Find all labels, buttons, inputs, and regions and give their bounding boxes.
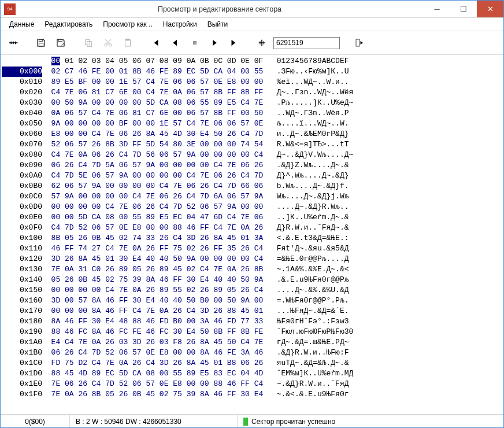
- paste-icon[interactable]: [120, 35, 136, 51]
- last-icon[interactable]: [226, 35, 242, 51]
- hex-row[interactable]: 0x0C0 57 9A 00 00 00 00 C4 7E 06 26 C4 7…: [2, 191, 502, 202]
- hex-row[interactable]: 0x1C0 FD 75 D2 C4 7E 0A 26 C4 3D 26 8A 4…: [2, 358, 502, 368]
- hex-row[interactable]: 0x080 C4 7E 0A 06 26 C4 7D 56 06 57 9A 0…: [2, 150, 502, 160]
- exit-icon[interactable]: [351, 35, 368, 51]
- minimize-button[interactable]: ─: [424, 1, 450, 17]
- hex-row[interactable]: 0x130 7E 0A 31 C0 26 89 05 26 89 45 02 C…: [2, 264, 502, 275]
- hex-row[interactable]: 0x000 02 C7 46 FE 00 01 8B 46 FE 89 EC 5…: [2, 67, 502, 77]
- hex-row[interactable]: 0x070 52 06 57 26 8B 3D FF 5D 54 80 3E 0…: [2, 139, 502, 150]
- hex-row[interactable]: 0x160 3D 00 57 8A 46 FF 30 E4 40 40 50 B…: [2, 296, 502, 306]
- hex-row[interactable]: 0x1F0 7E 0A 26 8B 05 26 0B 45 02 75 39 8…: [2, 389, 502, 400]
- hex-row[interactable]: 0x1B0 06 26 C4 7D 52 06 57 0E E8 00 00 8…: [2, 348, 502, 358]
- hex-row[interactable]: 0x020 C4 7E 06 81 C7 6E 00 C4 7E 0A 06 5…: [2, 87, 502, 98]
- hex-row[interactable]: 0x190 88 46 FC 8A 46 FC FE 46 FC 30 E4 5…: [2, 327, 502, 337]
- toolbar: [1, 31, 503, 55]
- next-icon[interactable]: [206, 35, 223, 51]
- hex-row[interactable]: 0x140 05 26 0B 45 02 75 39 8A 46 FF 30 E…: [2, 275, 502, 285]
- tool-button-1[interactable]: [5, 35, 21, 51]
- app-icon: 94: [4, 3, 16, 15]
- close-button[interactable]: ✕: [477, 1, 503, 17]
- status-offset: 0($00): [1, 415, 70, 427]
- first-icon[interactable]: [147, 35, 164, 51]
- hex-row[interactable]: 0x0D0 00 00 00 00 C4 7E 06 26 C4 7D 52 0…: [2, 202, 502, 212]
- stop-icon[interactable]: [187, 35, 203, 51]
- hex-row[interactable]: 0x120 3D 26 8A 45 01 30 E4 40 40 50 9A 0…: [2, 254, 502, 264]
- menu-edit[interactable]: Редактировать: [40, 19, 97, 29]
- hex-row[interactable]: 0x0B0 62 06 57 9A 00 00 00 00 C4 7E 06 2…: [2, 181, 502, 191]
- hex-row[interactable]: 0x040 0A 06 57 C4 7E 06 81 C7 6E 00 06 5…: [2, 108, 502, 119]
- hex-row[interactable]: 0x0F0 C4 7D 52 06 57 0E E8 00 00 88 46 F…: [2, 223, 502, 233]
- menu-exit[interactable]: Выйти: [203, 19, 232, 29]
- hex-row[interactable]: 0x100 8B 05 26 0B 45 02 74 33 26 C4 3D 2…: [2, 233, 502, 243]
- status-values: B : 2 W : 50946 DW : 4266051330: [70, 415, 238, 427]
- svg-rect-18: [356, 39, 360, 46]
- sector-input[interactable]: [273, 37, 340, 49]
- hex-row[interactable]: 0x1A0 E4 C4 7E 0A 26 03 3D 26 03 F8 26 8…: [2, 337, 502, 348]
- svg-rect-13: [193, 41, 197, 45]
- hex-row[interactable]: 0x1E0 7E 06 26 C4 7D 52 06 57 0E E8 00 0…: [2, 379, 502, 389]
- svg-rect-8: [87, 42, 92, 47]
- titlebar: 94 Просмотр и редактирование сектора ─ ☐…: [1, 1, 503, 18]
- menu-data[interactable]: Данные: [5, 19, 38, 29]
- cut-icon[interactable]: [100, 35, 116, 51]
- hex-row[interactable]: 0x060 E8 00 00 C4 7E 06 26 8A 45 4D 30 E…: [2, 129, 502, 139]
- hex-row[interactable]: 0x090 06 26 C4 7D 5A 06 57 9A 00 00 00 0…: [2, 160, 502, 171]
- menubar: Данные Редактировать Просмотр как .. Нас…: [1, 18, 503, 31]
- hex-row[interactable]: 0x1D0 88 45 4D 89 EC 5D CA 08 00 55 89 E…: [2, 368, 502, 379]
- hex-row[interactable]: 0x050 9A 00 00 00 00 BF 00 00 1E 57 C4 7…: [2, 119, 502, 129]
- goto-icon[interactable]: [254, 35, 270, 51]
- svg-rect-7: [86, 40, 90, 45]
- hex-row[interactable]: 0x150 00 00 00 00 C4 7E 0A 26 89 55 02 2…: [2, 285, 502, 296]
- hex-row[interactable]: 0x180 8A 46 FF 30 E4 48 88 46 FD B0 00 3…: [2, 316, 502, 327]
- hex-row[interactable]: 0x0A0 C4 7D 5E 06 57 9A 00 00 00 00 C4 7…: [2, 171, 502, 181]
- save-as-icon[interactable]: [53, 35, 69, 51]
- hex-row[interactable]: 0x110 46 FF 74 27 C4 7E 0A 26 FF 75 02 2…: [2, 243, 502, 254]
- hex-row[interactable]: 0x0E0 00 00 5D CA 08 00 55 89 E5 EC 04 4…: [2, 212, 502, 223]
- maximize-button[interactable]: ☐: [450, 1, 477, 17]
- hex-view[interactable]: 00 01 02 03 04 05 06 07 08 09 0A 0B 0C 0…: [1, 55, 503, 415]
- menu-settings[interactable]: Настройки: [159, 19, 201, 29]
- menu-view-as[interactable]: Просмотр как ..: [99, 19, 157, 29]
- window-title: Просмотр и редактирование сектора: [16, 5, 424, 13]
- save-icon[interactable]: [33, 35, 49, 51]
- status-led-icon: [243, 418, 248, 426]
- hex-row[interactable]: 0x010 89 E5 BF 00 00 1E 57 C4 7E 06 06 5…: [2, 77, 502, 87]
- status-message: Сектор прочитан успешно: [238, 415, 503, 427]
- hex-row[interactable]: 0x170 00 00 00 8A 46 FF C4 7E 0A 26 C4 3…: [2, 306, 502, 316]
- prev-icon[interactable]: [167, 35, 183, 51]
- copy-icon[interactable]: [80, 35, 97, 51]
- svg-rect-5: [39, 43, 43, 46]
- statusbar: 0($00) B : 2 W : 50946 DW : 4266051330 С…: [1, 415, 503, 427]
- hex-row[interactable]: 0x030 00 50 9A 00 00 00 00 5D CA 08 06 5…: [2, 98, 502, 108]
